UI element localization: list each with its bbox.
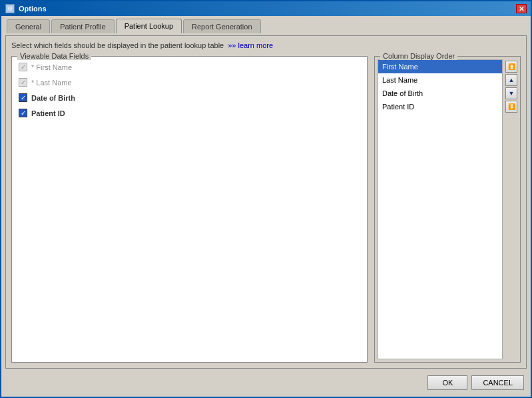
move-up-button[interactable]: ▲ bbox=[505, 74, 517, 86]
column-item-first-name[interactable]: First Name bbox=[378, 60, 502, 73]
viewable-fields-panel: Viewable Data Fields ✓ * First Name ✓ * … bbox=[11, 56, 368, 363]
field-last-name: ✓ * Last Name bbox=[17, 75, 362, 90]
tab-report-generation[interactable]: Report Generation bbox=[183, 19, 261, 33]
field-date-of-birth[interactable]: ✓ Date of Birth bbox=[17, 90, 362, 105]
field-date-of-birth-label: Date of Birth bbox=[31, 94, 75, 102]
tabs-bar: General Patient Profile Patient Lookup R… bbox=[5, 19, 527, 33]
description-text: Select which fields should be displayed … bbox=[11, 41, 224, 49]
checkbox-patient-id[interactable]: ✓ bbox=[19, 109, 27, 117]
viewable-fields-label: Viewable Data Fields bbox=[17, 52, 91, 60]
checkbox-last-name: ✓ bbox=[19, 78, 27, 87]
checkbox-date-of-birth[interactable]: ✓ bbox=[19, 93, 27, 102]
bottom-bar: OK CANCEL bbox=[5, 371, 527, 393]
checkbox-first-name: ✓ bbox=[19, 63, 27, 71]
tab-general[interactable]: General bbox=[7, 19, 50, 33]
ok-button[interactable]: OK bbox=[427, 375, 467, 390]
column-order-panel: Column Display Order First Name Last Nam… bbox=[374, 56, 521, 363]
window-title: Options bbox=[19, 5, 47, 13]
learn-more-link[interactable]: learn more bbox=[228, 41, 273, 49]
field-patient-id[interactable]: ✓ Patient ID bbox=[17, 105, 362, 121]
move-bottom-button[interactable]: ⏬ bbox=[505, 101, 517, 113]
description-bar: Select which fields should be displayed … bbox=[11, 41, 521, 49]
field-last-name-label: * Last Name bbox=[31, 79, 72, 87]
content-area: General Patient Profile Patient Lookup R… bbox=[1, 16, 531, 397]
field-first-name-label: * First Name bbox=[31, 63, 72, 71]
window-icon: ⚙ bbox=[5, 4, 15, 13]
field-first-name: ✓ * First Name bbox=[17, 59, 362, 75]
cancel-button[interactable]: CANCEL bbox=[471, 375, 524, 390]
order-buttons: ⏫ ▲ ▼ ⏬ bbox=[505, 59, 517, 359]
column-item-last-name[interactable]: Last Name bbox=[378, 73, 502, 87]
move-top-button[interactable]: ⏫ bbox=[505, 61, 517, 73]
tab-patient-lookup[interactable]: Patient Lookup bbox=[116, 19, 182, 33]
column-list: First Name Last Name Date of Birth Patie… bbox=[378, 59, 503, 359]
tab-patient-profile[interactable]: Patient Profile bbox=[51, 19, 114, 33]
title-bar: ⚙ Options ✕ bbox=[1, 1, 531, 16]
main-panel: Select which fields should be displayed … bbox=[5, 35, 527, 369]
close-button[interactable]: ✕ bbox=[516, 4, 527, 13]
options-window: ⚙ Options ✕ General Patient Profile Pati… bbox=[0, 0, 532, 398]
field-patient-id-label: Patient ID bbox=[31, 109, 65, 117]
column-order-label: Column Display Order bbox=[380, 52, 457, 60]
column-item-patient-id[interactable]: Patient ID bbox=[378, 100, 502, 113]
panels-row: Viewable Data Fields ✓ * First Name ✓ * … bbox=[11, 56, 521, 363]
column-item-date-of-birth[interactable]: Date of Birth bbox=[378, 87, 502, 100]
move-down-button[interactable]: ▼ bbox=[505, 87, 517, 99]
